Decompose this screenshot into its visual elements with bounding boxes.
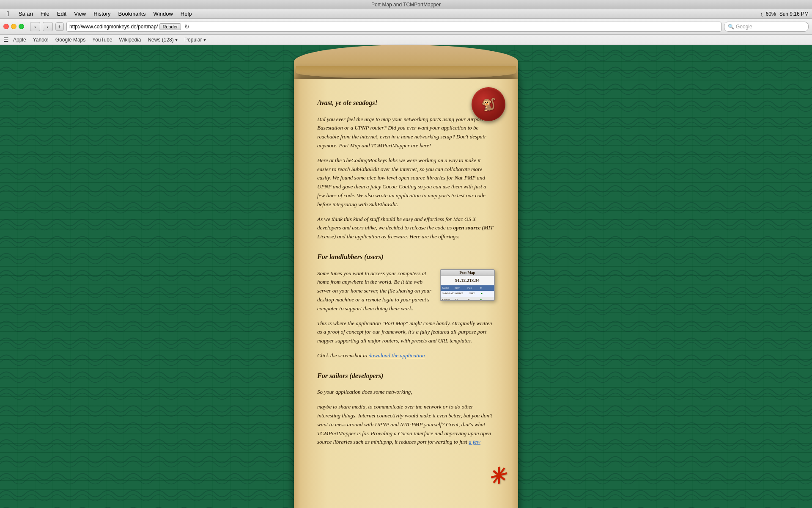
back-icon: ‹ xyxy=(34,24,36,30)
scroll-top-curl xyxy=(294,45,518,79)
search-icon: 🔍 xyxy=(728,24,734,30)
history-menu[interactable]: History xyxy=(90,9,114,19)
search-bar[interactable]: 🔍 Google xyxy=(724,22,809,32)
bookmark-apple[interactable]: Apple xyxy=(11,36,29,44)
para-opensource: As we think this kind of stuff should be… xyxy=(317,215,495,241)
traffic-lights xyxy=(3,24,24,29)
forward-icon: › xyxy=(47,24,49,30)
window-title: Port Map and TCMPortMapper xyxy=(371,2,441,8)
file-menu[interactable]: File xyxy=(37,9,53,19)
few-link[interactable]: a few xyxy=(469,439,480,445)
x-icon: ✳ xyxy=(486,464,508,489)
minimize-button[interactable] xyxy=(11,24,16,29)
view-menu[interactable]: View xyxy=(71,9,89,19)
para-background: Here at the TheCodingMonkeys labs we wer… xyxy=(317,156,495,209)
bookmark-news[interactable]: News (128) ▾ xyxy=(145,36,180,44)
window-titlebar: Port Map and TCMPortMapper xyxy=(0,0,812,9)
add-icon: + xyxy=(58,23,61,30)
bookmark-wikipedia[interactable]: Wikipedia xyxy=(116,36,143,44)
browser-toolbar: ‹ › + http://www.codingmonkeys.de/portma… xyxy=(0,19,812,35)
search-placeholder: Google xyxy=(736,24,752,30)
bookmark-reading-list[interactable]: ☰ xyxy=(3,36,9,43)
para3-bold: open source xyxy=(453,224,481,231)
edit-menu[interactable]: Edit xyxy=(54,9,70,19)
app-table-header: Name Priv Pub ● xyxy=(441,285,494,291)
app-row-ssh: Secure Shell 22 22 ● xyxy=(441,297,494,301)
para-sailors-2: maybe to share media, to communicate ove… xyxy=(317,403,495,447)
bookmark-youtube[interactable]: YouTube xyxy=(90,36,115,44)
red-marker: ✳ xyxy=(484,464,510,489)
app-titlebar-bar: Port Map xyxy=(441,270,494,276)
reload-icon: ↻ xyxy=(184,23,189,30)
para-intro: Did you ever feel the urge to map your n… xyxy=(317,115,495,150)
heading-avast: Avast, ye ole seadogs! xyxy=(317,97,495,108)
col-name: Name xyxy=(442,286,455,290)
app-row-subethaedit: SubEthaEdit 6942 6942 ● xyxy=(441,291,494,297)
col-private: Priv xyxy=(455,286,467,290)
col-status: ● xyxy=(480,286,493,290)
bookmark-google-maps[interactable]: Google Maps xyxy=(53,36,88,44)
bookmarks-menu[interactable]: Bookmarks xyxy=(115,9,149,19)
window-menu[interactable]: Window xyxy=(150,9,176,19)
seal-monkey-icon: 🐒 xyxy=(481,97,496,111)
help-menu[interactable]: Help xyxy=(177,9,195,19)
heading-landlubbers: For landlubbers (users) xyxy=(317,251,495,262)
url-bar[interactable]: http://www.codingmonkeys.de/portmap/ Rea… xyxy=(66,22,721,32)
menu-bar:  Safari File Edit View History Bookmark… xyxy=(0,9,812,19)
scroll-body: 🐒 Avast, ye ole seadogs! Did you ever fe… xyxy=(294,79,518,508)
app-screenshot[interactable]: Port Map 91.12.213.34 Name Priv Pub ● Su… xyxy=(440,269,495,301)
para-portmap: This is where the application "Port Map"… xyxy=(317,319,495,345)
clock: Sun 9:16 PM xyxy=(779,11,809,17)
browser-content: 🐒 Avast, ye ole seadogs! Did you ever fe… xyxy=(0,45,812,508)
battery-status: 60% xyxy=(766,11,776,17)
para-download: Click the screenshot to download the app… xyxy=(317,351,495,360)
reload-button[interactable]: ↻ xyxy=(183,22,191,31)
reader-button[interactable]: Reader xyxy=(159,23,181,30)
apple-menu[interactable]:  xyxy=(3,9,13,19)
wax-seal: 🐒 xyxy=(472,87,505,121)
download-link[interactable]: download the application xyxy=(369,352,425,359)
app-ip-display: 91.12.213.34 xyxy=(441,276,494,286)
para6-before: Click the screenshot to xyxy=(317,352,369,359)
safari-menu[interactable]: Safari xyxy=(15,9,36,19)
add-tab-button[interactable]: + xyxy=(55,22,64,31)
back-button[interactable]: ‹ xyxy=(30,22,40,31)
heading-sailors: For sailors (developers) xyxy=(317,370,495,381)
url-text: http://www.codingmonkeys.de/portmap/ xyxy=(69,24,158,30)
scroll-content: Avast, ye ole seadogs! Did you ever feel… xyxy=(317,97,495,447)
seal-circle: 🐒 xyxy=(472,87,505,121)
para-sailors-1: So your application does some networking… xyxy=(317,388,495,397)
bookmarks-bar: ☰ Apple Yahoo! Google Maps YouTube Wikip… xyxy=(0,35,812,45)
bookmark-yahoo[interactable]: Yahoo! xyxy=(30,36,51,44)
para8-text: maybe to share media, to communicate ove… xyxy=(317,403,492,445)
wifi-icon: 〈 xyxy=(761,11,763,17)
col-public: Pub xyxy=(467,286,480,290)
maximize-button[interactable] xyxy=(19,24,24,29)
scroll-container: 🐒 Avast, ye ole seadogs! Did you ever fe… xyxy=(294,45,518,508)
para3-before: As we think this kind of stuff should be… xyxy=(317,216,476,231)
bookmark-popular[interactable]: Popular ▾ xyxy=(182,36,208,44)
menubar-right: 〈 60% Sun 9:16 PM xyxy=(761,11,809,17)
close-button[interactable] xyxy=(3,24,9,29)
forward-button[interactable]: › xyxy=(43,22,53,31)
